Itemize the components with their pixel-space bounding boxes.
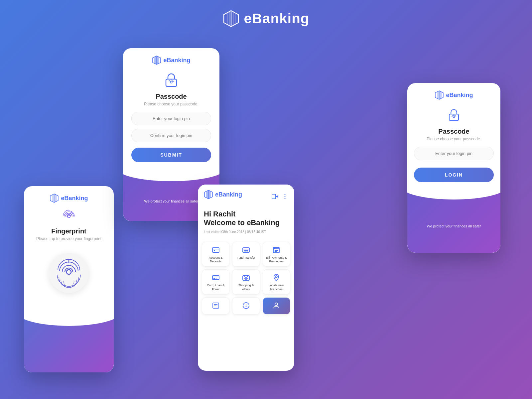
logout-button[interactable] [272, 193, 278, 201]
shopping-label: Shopping & offers [234, 284, 257, 291]
menu-item-account[interactable]: Account & Deposits [202, 242, 229, 267]
svg-point-21 [66, 270, 71, 274]
passcode-right-top: eBanking Passcode Please choose your pas… [407, 83, 500, 188]
menu-item-extra1[interactable] [202, 297, 229, 315]
svg-rect-29 [272, 194, 276, 199]
greeting-line1: Hi Rachit [204, 210, 288, 218]
shopping-icon [242, 274, 250, 282]
bill-icon [272, 246, 280, 254]
main-logo-icon [222, 10, 240, 27]
last-visited: Last visited 08th June 2018 | 08:15:46 I… [204, 230, 288, 234]
extra1-icon [212, 302, 220, 310]
fund-transfer-label: Fund Transfer [237, 256, 255, 260]
welcome-brand-text: eBanking [215, 191, 242, 198]
welcome-nav: eBanking [204, 190, 288, 204]
location-icon [272, 274, 280, 282]
svg-rect-40 [273, 247, 279, 253]
menu-item-extra2[interactable] [232, 297, 260, 315]
login-pin-input-1[interactable] [131, 112, 211, 125]
lock-icon-right [447, 108, 461, 122]
extra2-icon [242, 302, 250, 310]
lock-icon-circle-right [444, 105, 464, 124]
greeting-line2: Welcome to eBanking [204, 218, 288, 227]
fingerprint-title: Fingerprint [51, 227, 86, 235]
svg-rect-37 [243, 248, 249, 252]
logout-icon [272, 193, 278, 200]
card-icon: % [212, 274, 220, 282]
svg-text:%: % [215, 277, 217, 279]
menu-item-fund-transfer[interactable]: Fund Transfer [232, 242, 260, 267]
more-options-button[interactable] [282, 193, 288, 201]
svg-point-63 [275, 303, 278, 306]
svg-point-71 [453, 116, 455, 118]
account-label: Account & Deposits [204, 256, 227, 264]
passcode-main-logo: eBanking [152, 56, 190, 65]
svg-point-13 [170, 81, 172, 83]
svg-rect-34 [212, 248, 219, 252]
passcode-right-logo-icon [435, 90, 444, 100]
passcode-right-card: eBanking Passcode Please choose your pas… [407, 83, 500, 253]
more-options-icon [282, 193, 288, 200]
svg-rect-50 [243, 276, 249, 280]
svg-point-33 [285, 198, 286, 199]
menu-item-branches[interactable]: Locate near branches [263, 269, 290, 294]
passcode-right-title: Passcode [438, 128, 469, 135]
fingerprint-top: eBanking Fingerprint Please tap to provi… [24, 186, 114, 305]
main-brand-name: eBanking [244, 11, 309, 27]
top-header: eBanking [0, 10, 532, 27]
login-pin-input-right[interactable] [414, 147, 494, 160]
passcode-main-logo-icon [152, 56, 161, 65]
menu-item-bill[interactable]: Bill Payments & Reminders [263, 242, 290, 267]
passcode-right-wave: We protect your finances all safer [407, 186, 500, 253]
svg-point-20 [67, 215, 70, 218]
lock-icon [163, 72, 179, 88]
extra3-icon [272, 302, 280, 310]
passcode-right-subtitle: Please choose your passcode. [427, 137, 481, 141]
passcode-main-brand-text: eBanking [163, 57, 190, 64]
fingerprint-logo-icon [50, 194, 59, 203]
branches-label: Locate near branches [265, 284, 288, 291]
passcode-main-wave-text: We protect your finances all safer [137, 199, 205, 203]
bill-label: Bill Payments & Reminders [265, 256, 288, 264]
svg-point-32 [285, 196, 286, 197]
account-icon [212, 246, 220, 254]
passcode-main-subtitle: Please choose your passcode. [144, 102, 198, 106]
fingerprint-circle[interactable] [49, 253, 89, 293]
fingerprint-logo: eBanking [50, 194, 88, 203]
passcode-main-title: Passcode [156, 93, 187, 100]
fingerprint-brand-text: eBanking [61, 195, 88, 202]
login-button[interactable]: LOGIN [414, 168, 494, 182]
lock-icon-circle [162, 70, 181, 89]
confirm-pin-input[interactable] [131, 129, 211, 142]
menu-item-extra3[interactable] [263, 297, 290, 315]
fingerprint-icon-small [61, 208, 77, 225]
fingerprint-card: eBanking Fingerprint Please tap to provi… [24, 186, 114, 372]
card-label: Card, Loan & Forex [204, 284, 227, 291]
menu-item-card[interactable]: % Card, Loan & Forex [202, 269, 229, 294]
svg-rect-12 [166, 79, 177, 86]
fingerprint-icon-svg-small [62, 210, 75, 223]
svg-point-62 [246, 306, 246, 307]
svg-rect-57 [213, 303, 219, 308]
main-brand-logo: eBanking [222, 10, 309, 27]
passcode-main-top: eBanking Passcode Please choose your pas… [123, 48, 219, 168]
menu-item-shopping[interactable]: Shopping & offers [232, 269, 260, 294]
service-menu-grid: Account & Deposits Fund Transfer Bill Pa… [198, 242, 294, 295]
fingerprint-large-icon [56, 258, 82, 288]
fingerprint-subtitle: Please tap to provide your fingerprint [36, 236, 101, 241]
service-menu-row2 [198, 297, 294, 319]
svg-rect-70 [449, 114, 459, 120]
fund-transfer-icon [242, 246, 250, 254]
passcode-right-wave-text: We protect your finances all safer [420, 224, 487, 228]
passcode-right-brand-text: eBanking [446, 92, 473, 99]
welcome-nav-icons [272, 193, 288, 201]
svg-point-31 [285, 194, 286, 195]
submit-button[interactable]: SUBMIT [131, 148, 211, 162]
welcome-header-section: eBanking Hi [198, 185, 294, 242]
svg-point-56 [275, 276, 277, 278]
welcome-logo-icon [204, 190, 213, 199]
welcome-card-logo: eBanking [204, 190, 242, 199]
welcome-card: eBanking Hi [198, 185, 294, 371]
fingerprint-wave [24, 313, 114, 372]
passcode-right-logo: eBanking [435, 90, 473, 100]
